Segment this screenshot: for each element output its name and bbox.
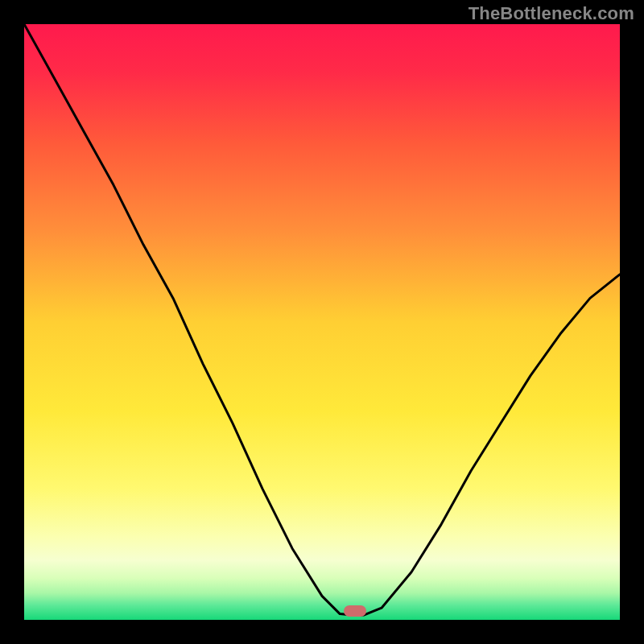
optimal-marker xyxy=(344,605,366,617)
svg-rect-0 xyxy=(24,24,620,620)
background-gradient xyxy=(24,24,620,620)
plot-area xyxy=(24,24,620,620)
app-frame: TheBottleneck.com xyxy=(0,0,644,644)
watermark-text: TheBottleneck.com xyxy=(469,3,634,24)
